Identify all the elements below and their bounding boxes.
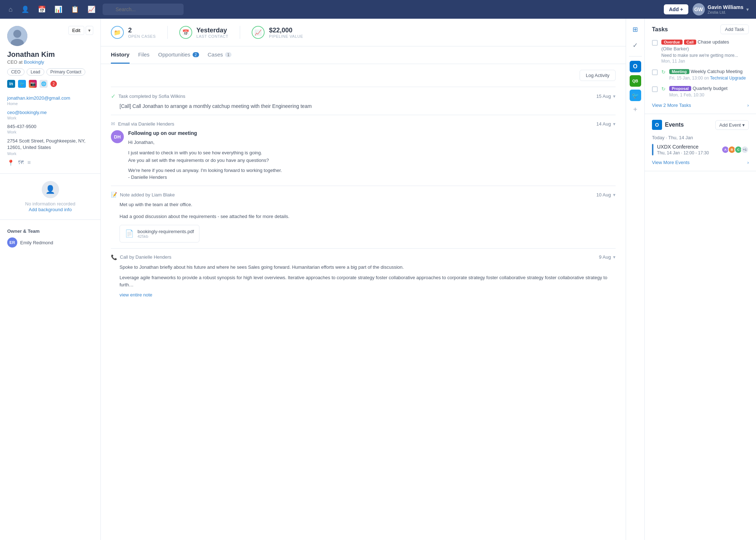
task-2-content: Meeting Weekly Catchup Meeting Fri, 15 J…	[669, 69, 746, 81]
location-icon[interactable]: 📍	[7, 159, 14, 166]
view-more-events-link[interactable]: View More Events ›	[652, 160, 749, 165]
tag-ceo[interactable]: CEO	[7, 68, 24, 76]
address-item: 2754 Scott Street, Poughkeepsie, NY, 126…	[7, 138, 93, 156]
badge-meeting-2: Meeting	[669, 69, 689, 74]
badge-proposal-3: Proposal	[669, 86, 691, 91]
activity-task-header: ✓ Task completed by Sofia Wilkins 15 Aug…	[111, 93, 616, 100]
email-body-3: We're here if you need us anyway. I'm lo…	[128, 167, 616, 174]
edit-btn-wrap: Edit ▾	[68, 26, 93, 35]
linkedin-icon[interactable]: in	[7, 80, 15, 88]
contact-action-icons: 📍 🗺 ≡	[7, 159, 93, 166]
add-button[interactable]: Add +	[664, 4, 688, 14]
check-icon: ✓	[111, 93, 116, 100]
tab-opportunities[interactable]: Opportunities 2	[158, 46, 199, 64]
email-work-link[interactable]: ceo@bookingly.me	[7, 110, 47, 115]
list-icon[interactable]: ≡	[27, 159, 31, 166]
tab-files[interactable]: Files	[138, 46, 150, 64]
email-body-1: I just wanted to check in with you to se…	[128, 149, 616, 157]
company-link[interactable]: Bookingly	[24, 59, 44, 65]
email-subject: Following up on our meeting	[128, 130, 616, 136]
owner-item: ER Emily Redmond	[7, 237, 93, 248]
task-2-date: Fri, 15 Jan, 13:00 on Technical Upgrade	[669, 76, 746, 81]
tag-lead[interactable]: Lead	[27, 68, 44, 76]
calendar-icon[interactable]: 📅	[36, 4, 47, 15]
search-input[interactable]	[103, 4, 184, 15]
activity-item-email: ✉ Email via Danielle Henders 14 Aug ▾ DH…	[111, 115, 616, 186]
map-icon[interactable]: 🗺	[18, 159, 24, 166]
technical-upgrade-link[interactable]: Technical Upgrade	[710, 76, 746, 81]
phone-icon: 📞	[111, 254, 117, 260]
edit-dropdown-button[interactable]: ▾	[86, 26, 93, 35]
task-checkbox-3[interactable]	[652, 86, 658, 92]
call-date-wrap: 9 Aug ▾	[599, 254, 616, 260]
event-name-1: UXDX Conference	[657, 144, 709, 150]
task-item-2: ↻ Meeting Weekly Catchup Meeting Fri, 15…	[652, 69, 749, 81]
email-home-link[interactable]: jonathan.kim2020@gmail.com	[7, 95, 70, 101]
contact-info: jonathan.kim2020@gmail.com Home ceo@book…	[0, 92, 100, 169]
task-1-desc: Need to make sure we're getting more...	[661, 53, 749, 58]
add-event-chevron-icon: ▾	[742, 122, 745, 128]
cases-badge: 1	[225, 52, 231, 57]
task-3-badges: Proposal Quarterly budget	[669, 86, 728, 91]
edit-button[interactable]: Edit	[68, 26, 84, 35]
file-attachment[interactable]: 📄 bookingly-requirements.pdf 425kb	[120, 225, 199, 242]
chevron-right-icon: ›	[747, 103, 749, 108]
web-icon[interactable]: 🌐	[40, 80, 48, 88]
stat-last-contact-info: Yesterday LAST CONTACT	[197, 27, 229, 38]
task-item-3: ↻ Proposal Quarterly budget Mon, 1 Feb, …	[652, 86, 749, 97]
email-home-label: Home	[7, 101, 93, 106]
task-checkbox-1[interactable]	[652, 40, 658, 46]
view-entire-note-link[interactable]: view entire note	[120, 292, 152, 298]
note-content: Met up with the team at their office. Ha…	[111, 201, 616, 242]
check-circle-icon-btn[interactable]: ✓	[629, 39, 642, 52]
add-background-link[interactable]: Add background info	[29, 207, 72, 212]
task-checkbox-2[interactable]	[652, 69, 658, 75]
twitter-icon[interactable]: 🐦	[18, 80, 26, 88]
activity-icon[interactable]: 📈	[86, 4, 97, 15]
task-content: [Call] Call Jonathan to arrange a monthl…	[111, 103, 616, 109]
last-contact-value: Yesterday	[197, 27, 229, 34]
add-integration-icon[interactable]: +	[633, 105, 638, 114]
home-icon[interactable]: ⌂	[7, 4, 14, 15]
background-section: 👤 No information recorded Add background…	[0, 178, 100, 215]
email-chevron-icon[interactable]: ▾	[613, 121, 616, 127]
contacts-icon[interactable]: 👤	[20, 4, 31, 15]
pipeline-icon: 📈	[252, 26, 265, 39]
activity-header-left-note: 📝 Note added by Liam Blake	[111, 192, 175, 198]
file-name: bookingly-requirements.pdf	[138, 229, 194, 234]
tab-cases[interactable]: Cases 1	[208, 46, 232, 64]
event-details-1: UXDX Conference Thu, 14 Jan · 12:00 - 17…	[653, 144, 749, 155]
icon-sidebar: ⊞ ✓ O QB 🐦 +	[626, 19, 644, 540]
task-1-title: Chase updates	[698, 39, 729, 45]
tab-history[interactable]: History	[111, 46, 130, 64]
tag-primary-contact[interactable]: Primary Contact	[46, 68, 85, 76]
log-activity-wrap: Log Activity	[111, 70, 616, 81]
call-chevron-icon[interactable]: ▾	[613, 254, 616, 260]
user-menu[interactable]: GW Gavin Williams Zestia Ltd. ▾	[693, 3, 749, 15]
task-chevron-icon[interactable]: ▾	[613, 94, 616, 99]
events-title: Events	[665, 122, 684, 128]
documents-icon[interactable]: 📋	[69, 4, 80, 15]
user-avatar: GW	[693, 3, 705, 15]
notification-badge: 2	[50, 81, 57, 87]
add-task-button[interactable]: Add Task	[720, 24, 749, 34]
task-1-person: (Ollie Barker)	[661, 46, 689, 51]
email-work-label: Work	[7, 116, 93, 120]
instagram-icon[interactable]: 📷	[29, 80, 37, 88]
phone-item: 845-437-9500 Work	[7, 124, 93, 134]
view-more-tasks-link[interactable]: View 2 More Tasks ›	[652, 103, 749, 108]
grid-icon-btn[interactable]: ⊞	[629, 23, 642, 36]
email-icon: ✉	[111, 121, 115, 127]
quickbooks-icon-btn[interactable]: QB	[630, 75, 641, 87]
event-name-time: UXDX Conference Thu, 14 Jan · 12:00 - 17…	[657, 144, 709, 155]
stats-bar: 📁 2 OPEN CASES 📅 Yesterday LAST CONTACT …	[101, 19, 626, 46]
recurring-icon-3: ↻	[661, 86, 666, 92]
add-event-button[interactable]: Add Event ▾	[715, 120, 749, 130]
outlook-icon-btn[interactable]: O	[630, 61, 641, 72]
open-cases-value: 2	[128, 27, 156, 34]
badge-overdue-1: Overdue	[661, 40, 683, 45]
chart-icon[interactable]: 📊	[53, 4, 64, 15]
note-chevron-icon[interactable]: ▾	[613, 192, 616, 198]
twitter-sidebar-icon-btn[interactable]: 🐦	[630, 90, 641, 101]
log-activity-button[interactable]: Log Activity	[580, 70, 616, 81]
